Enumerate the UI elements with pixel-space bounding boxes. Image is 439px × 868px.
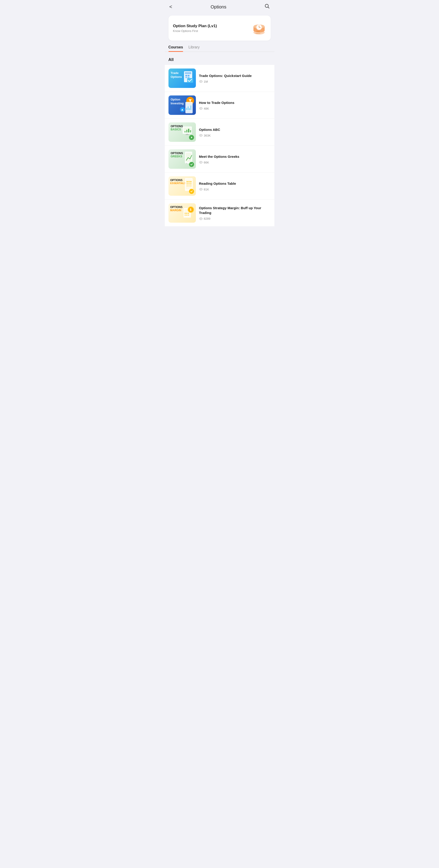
course-title-1: Trade Options: Quickstart Guide [199,73,271,78]
svg-point-60 [188,213,189,214]
course-views-2: 48K [199,107,271,110]
study-plan-banner[interactable]: Option Study Plan (Lv1) Know Options Fir… [168,16,271,41]
svg-point-39 [186,163,187,164]
check-icon [190,190,193,193]
thumb-label-2: OptionInvesting [171,98,184,105]
svg-point-40 [200,162,201,163]
back-button[interactable]: < [169,4,173,10]
course-thumbnail-1: TradeOptions [168,68,196,88]
course-views-5: 81K [199,188,271,191]
check-badge [189,162,194,167]
svg-point-44 [188,181,190,182]
study-plan-subtitle: Know Options First [173,29,217,33]
svg-rect-32 [188,129,189,132]
tab-courses[interactable]: Courses [168,45,183,52]
course-thumbnail-6: OPTIONS MARGIN $ [168,203,196,223]
svg-point-59 [186,213,187,214]
search-icon [264,4,270,9]
svg-rect-18 [188,77,189,78]
course-list: TradeOptions Trade Options: Quickstart G [165,65,274,226]
svg-rect-35 [185,134,189,135]
svg-rect-17 [185,77,187,78]
svg-rect-16 [188,75,189,76]
course-info-6: Options Strategy Margin: Buff up Your Tr… [199,206,271,220]
svg-point-62 [186,215,187,216]
svg-point-48 [190,183,191,185]
course-title-3: Options ABC [199,127,271,132]
svg-point-43 [187,181,188,182]
study-plan-text: Option Study Plan (Lv1) Know Options Fir… [173,24,217,33]
svg-rect-33 [190,130,191,132]
svg-point-47 [188,183,190,185]
yellow-check-badge [189,189,194,194]
thumb-label-6: OPTIONS MARGIN [170,206,183,212]
svg-point-63 [188,215,189,216]
svg-point-64 [200,218,201,219]
svg-point-46 [187,183,188,185]
svg-point-49 [187,185,188,187]
play-badge [189,135,194,140]
svg-point-61 [184,215,186,216]
tab-library[interactable]: Library [189,45,200,52]
course-info-2: How to Trade Options 48K [199,100,271,110]
svg-rect-31 [186,130,187,132]
eye-icon [199,161,203,164]
svg-rect-30 [184,131,186,132]
eye-icon [199,217,203,220]
course-views-3: 363K [199,134,271,137]
course-item[interactable]: OPTIONS GREEKS [165,146,274,173]
course-info-1: Trade Options: Quickstart Guide 1M [199,73,271,83]
section-all-label: All [165,56,274,65]
svg-line-1 [268,7,269,8]
header: < Options [165,0,274,14]
eye-icon [199,107,203,110]
thumb-label-1: TradeOptions [171,71,182,79]
course-item[interactable]: OPTIONS MARGIN $ [165,199,274,226]
tabs-container: Courses Library [165,45,274,52]
play-icon [190,136,193,139]
svg-point-51 [190,185,191,187]
svg-text:Options: Options [255,32,260,34]
svg-point-52 [200,189,201,190]
course-thumbnail-2: OptionInvesting [168,95,196,115]
svg-point-45 [190,181,191,182]
svg-point-20 [200,81,201,82]
course-thumbnail-5: OPTIONS ESSENTIALS [168,176,196,196]
course-info-3: Options ABC 363K [199,127,271,137]
svg-point-50 [188,185,190,187]
search-button[interactable] [264,4,270,10]
course-info-4: Meet the Options Greeks 66K [199,154,271,164]
study-plan-icon: Lv1 Options [248,20,266,36]
course-item[interactable]: OPTIONS ESSENTIALS [165,173,274,199]
course-title-6: Options Strategy Margin: Buff up Your Tr… [199,206,271,215]
svg-rect-14 [185,72,191,74]
course-item[interactable]: OPTIONS BASICS [165,119,274,146]
course-item[interactable]: OptionInvesting [165,92,274,119]
course-title-5: Reading Options Table [199,181,271,186]
svg-text:Lv1: Lv1 [257,30,260,32]
course-thumbnail-3: OPTIONS BASICS [168,122,196,142]
check-icon [190,163,193,166]
invest-thumb-icon [184,101,195,114]
eye-icon [199,188,203,191]
disc-icon [181,108,184,111]
course-views-1: 1M [199,80,271,83]
page-title: Options [211,4,226,9]
blue-disc-badge [180,107,185,112]
svg-point-58 [184,213,186,214]
course-title-4: Meet the Options Greeks [199,154,271,159]
course-info-5: Reading Options Table 81K [199,181,271,191]
svg-rect-15 [185,75,187,76]
course-item[interactable]: TradeOptions Trade Options: Quickstart G [165,65,274,92]
thumb-label-4: OPTIONS GREEKS [171,152,183,158]
svg-text:$: $ [190,208,191,212]
margin-thumb-icon: $ [182,205,194,219]
course-views-4: 66K [199,161,271,164]
thumb-label-3: OPTIONS BASICS [171,125,183,131]
study-plan-title: Option Study Plan (Lv1) [173,24,217,28]
course-views-6: 8289 [199,217,271,220]
svg-point-36 [200,135,201,136]
eye-icon [199,134,203,137]
eye-icon [199,80,203,83]
trade-thumb-icon [181,71,194,85]
